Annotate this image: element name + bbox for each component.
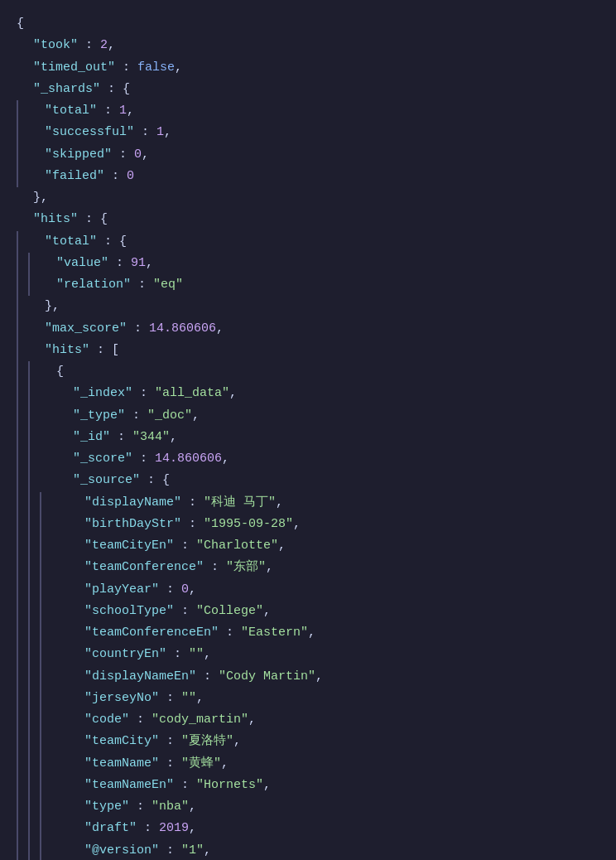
line-content: "hits" : { (33, 209, 108, 230)
indent-bar (17, 601, 28, 622)
line-content: "code" : "cody_martin", (84, 709, 256, 731)
indent-space (28, 122, 45, 143)
indent-bar (40, 709, 51, 731)
token-number-val: 0 (181, 582, 189, 597)
token-punct: : (104, 169, 127, 183)
token-punct: : (97, 104, 119, 118)
token-number-val: 2019 (159, 821, 189, 835)
indent-bar (28, 622, 40, 644)
token-key: "skipped" (45, 147, 112, 162)
json-line: "hits" : { (17, 209, 599, 230)
line-content: "playYear" : 0, (84, 579, 196, 601)
line-content: "total" : 1, (45, 100, 134, 122)
token-key: "teamConferenceEn" (84, 626, 219, 640)
indent-bar (28, 492, 40, 514)
token-string-val: "黄蜂" (181, 756, 221, 771)
indent-bar (28, 361, 40, 383)
token-punct: , (229, 386, 237, 400)
token-key: "hits" (45, 343, 89, 357)
indent-space (51, 644, 84, 665)
line-content: "teamCity" : "夏洛特", (84, 731, 241, 752)
indent-space (40, 383, 73, 404)
indent-bar (17, 253, 28, 274)
token-punct: : (110, 430, 132, 444)
indent-space (51, 818, 84, 839)
indent-bar (17, 775, 28, 796)
token-number-val: 2 (100, 38, 108, 52)
indent-bar (17, 535, 28, 557)
token-key: "_type" (73, 408, 125, 423)
token-punct: : (166, 647, 189, 661)
indent-bar (28, 427, 40, 448)
token-key: "countryEn" (84, 647, 166, 661)
token-key: "birthDayStr" (84, 517, 181, 531)
token-punct: : (129, 800, 152, 814)
token-key: "hits" (33, 212, 78, 226)
indent-bar (17, 557, 28, 578)
indent-bar (17, 340, 28, 361)
json-line: "successful" : 1, (17, 122, 599, 143)
indent-bar (28, 731, 40, 752)
json-line: "birthDayStr" : "1995-09-28", (17, 514, 599, 535)
token-punct: : (174, 539, 196, 553)
json-line: "draft" : 2019, (17, 818, 599, 839)
json-line: "_type" : "_doc", (17, 405, 599, 427)
token-string-val: "cody_martin" (152, 713, 248, 727)
json-line: "skipped" : 0, (17, 144, 599, 166)
token-bool-val: false (137, 60, 175, 75)
token-key: "value" (56, 256, 108, 270)
indent-bar (17, 361, 28, 383)
line-content: "teamCityEn" : "Charlotte", (84, 535, 286, 557)
token-number-val: 1 (119, 104, 127, 118)
token-punct: , (175, 60, 182, 75)
token-string-val: "科迪 马丁" (204, 495, 276, 510)
json-line: "relation" : "eq" (17, 274, 599, 296)
line-content: }, (33, 187, 48, 209)
indent-bar (28, 644, 40, 665)
indent-bar (17, 840, 28, 861)
token-punct: , (233, 734, 241, 748)
token-punct: , (278, 539, 286, 553)
token-punct: : (181, 495, 204, 510)
indent-bar (40, 622, 51, 644)
token-key: "teamCityEn" (84, 539, 174, 553)
indent-bar (17, 100, 28, 122)
json-line: "failed" : 0 (17, 166, 599, 187)
indent-bar (17, 514, 28, 535)
token-key: "_index" (73, 386, 132, 400)
token-string-val: "344" (132, 430, 170, 444)
line-content: "displayNameEn" : "Cody Martin", (84, 666, 323, 688)
indent-bar (28, 470, 40, 491)
indent-bar (28, 579, 40, 601)
line-content: "teamConference" : "东部", (84, 557, 273, 578)
token-punct: { (17, 17, 24, 31)
json-line: "teamCity" : "夏洛特", (17, 731, 599, 752)
line-content: "displayName" : "科迪 马丁", (84, 492, 283, 514)
token-punct: : (159, 843, 181, 858)
line-content: "relation" : "eq" (56, 274, 183, 296)
indent-bar (17, 427, 28, 448)
json-line: "_source" : { (17, 470, 599, 491)
token-key: "code" (84, 713, 129, 727)
indent-bar (40, 557, 51, 578)
indent-space (28, 296, 45, 317)
token-punct: , (204, 647, 211, 661)
indent-space (28, 318, 45, 340)
token-punct: : (131, 278, 153, 292)
indent-bar (17, 796, 28, 818)
indent-bar (28, 253, 40, 274)
token-string-val: "_doc" (147, 408, 192, 423)
token-punct: , (276, 495, 283, 510)
token-punct: : (112, 147, 134, 162)
token-key: "playYear" (84, 582, 159, 597)
indent-space (51, 796, 84, 818)
token-punct: : (108, 256, 131, 270)
token-punct: : (159, 582, 181, 597)
json-line: "_id" : "344", (17, 427, 599, 448)
indent-space (28, 144, 45, 166)
token-key: "total" (45, 104, 97, 118)
indent-bar (40, 644, 51, 665)
token-key: "displayName" (84, 495, 181, 510)
line-content: { (17, 13, 24, 35)
json-line: "total" : { (17, 231, 599, 253)
